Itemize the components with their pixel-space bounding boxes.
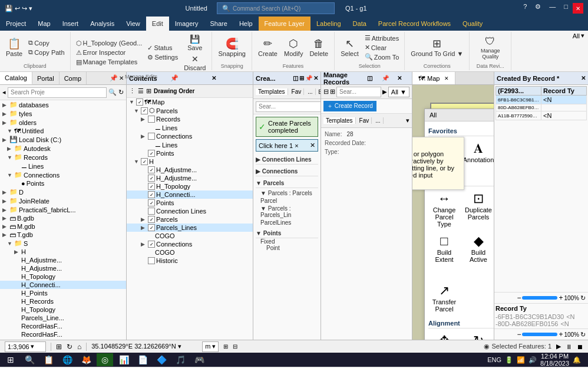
search-go-mr[interactable]: ▶ bbox=[382, 88, 387, 95]
clear-btn[interactable]: ✕ Clear bbox=[363, 43, 401, 52]
Hconnect-checkbox[interactable]: ✓ bbox=[148, 191, 155, 198]
table-row-1[interactable]: 6FB1-B6C3C9B1AD30 <N bbox=[496, 96, 587, 104]
copy-path-btn[interactable]: ⧉ Copy Path bbox=[27, 48, 66, 57]
manage-templates-btn[interactable]: ▤ Manage Templates bbox=[74, 58, 144, 67]
word-btn[interactable]: 📄 bbox=[134, 353, 151, 366]
game-btn[interactable]: 🎮 bbox=[191, 353, 207, 366]
catalog-item-practical5[interactable]: ▶ 📁 Practical5_fabricL... bbox=[0, 205, 126, 214]
contents-H[interactable]: ▼ ✓ H bbox=[127, 157, 253, 166]
copy-btn[interactable]: ⧉ Copy bbox=[27, 38, 66, 47]
catalog-item-lines[interactable]: ⚊ Lines bbox=[0, 162, 126, 170]
catalog-item-HRecords[interactable]: H_Records bbox=[0, 297, 126, 305]
catalog-item-HTopology2[interactable]: H_Topology bbox=[0, 305, 126, 314]
contents-lines2[interactable]: ⚊ Lines bbox=[127, 140, 253, 149]
contents-conn-lines[interactable]: Connection Lines bbox=[127, 207, 253, 215]
zoom-dropdown[interactable]: 1:3,906 ▾ bbox=[5, 341, 46, 352]
tool-annotation[interactable]: 𝐀 Annotation bbox=[463, 140, 494, 173]
tool-change-parcel-type[interactable]: ↔ Change Parcel Type bbox=[428, 190, 460, 230]
ground-to-grid-btn[interactable]: ⊞ Ground To Grid ▼ bbox=[408, 37, 465, 59]
mr-tab-more[interactable]: ... bbox=[373, 117, 383, 124]
catalog-tab[interactable]: Catalog bbox=[0, 72, 32, 84]
create-panel-icon1[interactable]: ◫ bbox=[293, 75, 298, 81]
tab-imagery[interactable]: Imagery bbox=[169, 17, 204, 31]
create-btn[interactable]: ✏ Create bbox=[256, 37, 280, 59]
zoom-slider[interactable] bbox=[522, 296, 557, 300]
map-checkbox[interactable]: ✓ bbox=[136, 98, 143, 106]
contents-parcels2[interactable]: ▶ ✓ Parcels bbox=[127, 215, 253, 224]
contents-cogo2[interactable]: COGO bbox=[127, 248, 253, 257]
h-topology-btn[interactable]: ⬡ H_Topology (Geod... bbox=[74, 39, 144, 48]
zoom-fit-icon[interactable]: ⊞ bbox=[56, 343, 62, 351]
maximize-btn[interactable]: □ bbox=[560, 3, 572, 14]
catalog-item-joinrelate[interactable]: ▶ 📁 JoinRelate bbox=[0, 196, 126, 205]
lang-icon[interactable]: ENG bbox=[487, 356, 501, 363]
group-icon[interactable]: ⊞ bbox=[146, 87, 151, 95]
settings-btn[interactable]: ⚙ bbox=[531, 3, 544, 14]
catalog-item-RecordHasF3[interactable]: RecordHasF... bbox=[0, 339, 126, 340]
create-panel-close[interactable]: ✕ bbox=[313, 75, 318, 81]
search-btn[interactable]: 🔍 bbox=[21, 353, 38, 366]
connlines-checkbox[interactable] bbox=[148, 208, 155, 215]
create-tab-more[interactable]: ... bbox=[305, 88, 315, 95]
create-record-btn[interactable]: ＋ Create Record bbox=[323, 101, 376, 111]
mr-tab-fav[interactable]: Fav bbox=[357, 117, 372, 124]
parcel-label[interactable]: Parcel bbox=[260, 197, 318, 205]
back-icon[interactable]: ◂ bbox=[2, 88, 6, 96]
portal-tab[interactable]: Portal bbox=[32, 72, 60, 84]
catalog-item-tgdb[interactable]: ▶ 🗃 T.gdb bbox=[0, 231, 126, 239]
connections-checkbox[interactable] bbox=[148, 133, 155, 140]
catalog-item-HTopology[interactable]: H_Topology bbox=[0, 272, 126, 281]
zoom-in-icon[interactable]: + bbox=[559, 294, 563, 302]
tab-feature-layer[interactable]: Feature Layer bbox=[259, 17, 310, 31]
tool-transfer-parcel[interactable]: ↗ Transfer Parcel bbox=[428, 282, 460, 315]
rotate-view-icon[interactable]: ↻ bbox=[67, 343, 72, 351]
paste-btn[interactable]: 📋 Paste bbox=[4, 37, 25, 59]
tab-insert[interactable]: Insert bbox=[57, 17, 85, 31]
save-btn[interactable]: 💾 Save bbox=[181, 33, 208, 52]
undo-icon[interactable]: ↩ bbox=[15, 5, 20, 12]
tab-view[interactable]: View bbox=[120, 17, 146, 31]
zoom-out-icon-2[interactable]: − bbox=[517, 330, 521, 339]
start-btn[interactable]: ⊞ bbox=[2, 353, 19, 366]
coord-icon1[interactable]: ⊞ bbox=[223, 343, 228, 350]
conn2-checkbox[interactable]: ✓ bbox=[148, 241, 155, 248]
clock[interactable]: 12:04 PM 8/18/2023 bbox=[540, 353, 569, 367]
media-btn[interactable]: ◎ bbox=[97, 353, 113, 366]
contents-parcels[interactable]: ▼ ✓ ⬡ Parcels bbox=[127, 106, 253, 115]
play-btn[interactable]: ▶ bbox=[556, 343, 561, 350]
click-here-btn[interactable]: Click here 1 × ✕ bbox=[256, 139, 318, 152]
tab-share[interactable]: Share bbox=[204, 17, 233, 31]
filter-icon[interactable]: ⋮ bbox=[129, 87, 136, 95]
catalog-item-mgdb[interactable]: ▶ 🗃 M.gdb bbox=[0, 222, 126, 231]
snapping-btn[interactable]: 🧲 Snapping bbox=[216, 37, 248, 59]
map-tab-close[interactable]: ✕ bbox=[444, 75, 449, 81]
ribbon-all-btn[interactable]: All ▾ bbox=[569, 31, 588, 41]
Hpoints-checkbox[interactable]: ✓ bbox=[148, 199, 155, 206]
Hadjust2-checkbox[interactable]: ✓ bbox=[148, 175, 155, 182]
zoom-in-icon-2[interactable]: + bbox=[559, 330, 563, 339]
catalog-item-olders[interactable]: ▶ 📁 olders bbox=[0, 118, 126, 127]
manage-records-close[interactable]: ✕ bbox=[397, 75, 410, 81]
pause-btn[interactable]: ⏸ bbox=[566, 343, 572, 350]
catalog-item-RecordHasF1[interactable]: RecordHasF... bbox=[0, 322, 126, 330]
catalog-item-HConnecti[interactable]: H_Connecti... bbox=[0, 281, 126, 289]
modify-btn[interactable]: ⬡ Modify bbox=[282, 37, 305, 59]
filter-all-btn[interactable]: All ▼ bbox=[388, 87, 409, 97]
catalog-item-connections[interactable]: ▼ 📁 Connections bbox=[0, 170, 126, 179]
parcels-checkbox[interactable]: ✓ bbox=[141, 107, 148, 114]
catalog-item-autodesk[interactable]: ▶ 📁 Autodesk bbox=[0, 144, 126, 153]
volume-icon[interactable]: 🔊 bbox=[528, 356, 537, 364]
home-icon[interactable]: ⌂ bbox=[77, 343, 81, 351]
search-go-icon[interactable]: 🔍 bbox=[108, 88, 117, 96]
edge-btn[interactable]: 🌐 bbox=[59, 353, 75, 366]
tab-parcel-workflows[interactable]: Parcel Record Workflows bbox=[372, 17, 457, 31]
catalog-item-HAdjustme[interactable]: H_Adjustme... bbox=[0, 256, 126, 264]
catalog-item-records[interactable]: ▼ 📁 Records bbox=[0, 153, 126, 162]
contents-historic[interactable]: Historic bbox=[127, 257, 253, 265]
discard-btn[interactable]: ✕ Discard bbox=[181, 53, 208, 73]
records-checkbox[interactable] bbox=[148, 116, 155, 123]
settings-edit-btn[interactable]: ⚙ Settings bbox=[146, 53, 180, 62]
point-label[interactable]: Point bbox=[260, 245, 318, 251]
tool-build-extent[interactable]: □ Build Extent bbox=[428, 232, 460, 280]
contents-H_Adjustme2[interactable]: ✓ H_Adjustme... bbox=[127, 174, 253, 182]
